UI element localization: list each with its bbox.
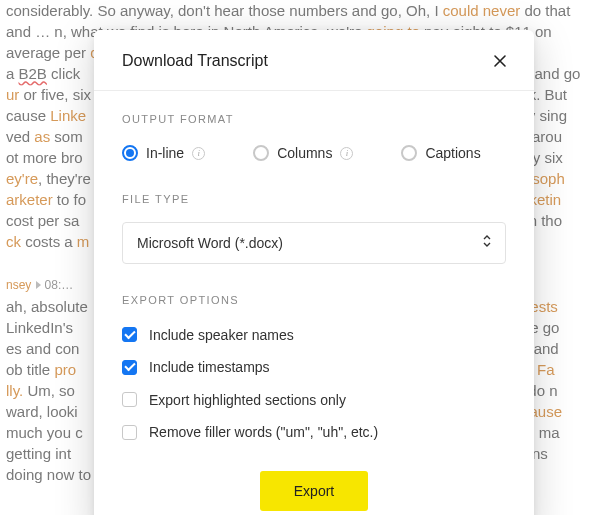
radio-icon [122,145,138,161]
option-highlighted-only[interactable]: Export highlighted sections only [122,389,506,411]
option-include-timestamps[interactable]: Include timestamps [122,356,506,378]
close-icon [492,53,508,69]
info-icon[interactable]: i [340,147,353,160]
download-transcript-modal: Download Transcript OUTPUT FORMAT In-lin… [94,30,534,515]
file-type-value[interactable]: Microsoft Word (*.docx) [122,222,506,264]
checkbox-icon [122,360,137,375]
checkbox-icon [122,425,137,440]
radio-icon [253,145,269,161]
option-label: Export highlighted sections only [149,389,346,411]
export-button[interactable]: Export [260,471,368,511]
option-include-speaker-names[interactable]: Include speaker names [122,324,506,346]
modal-title: Download Transcript [122,48,268,74]
option-label: Include timestamps [149,356,270,378]
checkbox-icon [122,392,137,407]
checkbox-icon [122,327,137,342]
select-caret-icon [482,231,492,255]
radio-label: In-line [146,142,184,164]
radio-label: Captions [425,142,480,164]
option-label: Remove filler words ("um", "uh", etc.) [149,421,378,443]
output-format-captions[interactable]: Captions [401,142,480,164]
output-format-group: In-line i Columns i Captions [122,142,506,164]
output-format-columns[interactable]: Columns i [253,142,353,164]
modal-header: Download Transcript [94,30,534,91]
output-format-label: OUTPUT FORMAT [122,111,506,129]
radio-label: Columns [277,142,332,164]
info-icon[interactable]: i [192,147,205,160]
file-type-label: FILE TYPE [122,191,506,209]
option-remove-fillers[interactable]: Remove filler words ("um", "uh", etc.) [122,421,506,443]
close-button[interactable] [488,49,512,73]
output-format-inline[interactable]: In-line i [122,142,205,164]
file-type-select[interactable]: Microsoft Word (*.docx) [122,222,506,264]
export-options-label: EXPORT OPTIONS [122,292,506,310]
radio-icon [401,145,417,161]
export-options-list: Include speaker names Include timestamps… [122,324,506,444]
option-label: Include speaker names [149,324,294,346]
